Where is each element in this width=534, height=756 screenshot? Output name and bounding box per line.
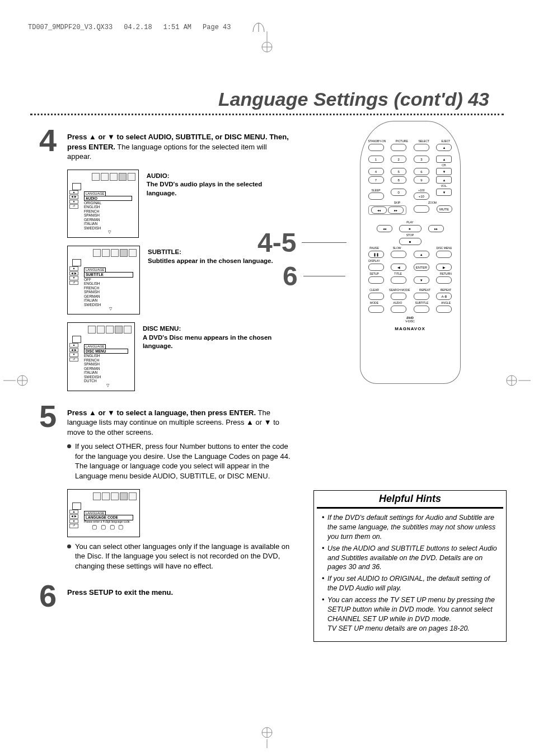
- print-file: TD007_9MDPF20_V3.QX33: [28, 24, 113, 31]
- step5-bullet2: You can select other languages only if t…: [67, 542, 291, 571]
- skip-fwd[interactable]: ▸▸: [388, 206, 404, 214]
- rev-button[interactable]: ◂◂: [377, 225, 392, 232]
- step5-bullet1: If you select OTHER, press four Number b…: [67, 442, 291, 481]
- helpful-hints-box: Helpful Hints If the DVD's default setti…: [313, 490, 507, 642]
- num-8[interactable]: 8: [391, 176, 406, 184]
- setup-button[interactable]: [368, 276, 384, 284]
- opt: DUTCH: [84, 379, 128, 383]
- audio-sel: AUDIO: [84, 196, 132, 201]
- num-5[interactable]: 5: [391, 168, 406, 175]
- opt: ITALIAN: [84, 222, 132, 226]
- num-7[interactable]: 7: [368, 176, 384, 184]
- standby-button[interactable]: [368, 144, 384, 151]
- remote-label: SUBTITLE: [415, 301, 429, 304]
- skip-back[interactable]: ◂◂: [371, 206, 387, 214]
- num-0[interactable]: 0: [391, 189, 406, 196]
- play-button[interactable]: ►: [399, 225, 421, 232]
- remote-label: SKIP: [368, 201, 427, 204]
- langcode-hint: Please enter a 4-digit language code.: [84, 520, 137, 524]
- mute-button[interactable]: MUTE: [437, 205, 452, 213]
- slow-button[interactable]: [391, 251, 406, 258]
- picture-button[interactable]: [391, 144, 406, 151]
- callout-4-5: 4-5: [257, 227, 346, 258]
- print-pagelabel: Page 43: [203, 24, 231, 31]
- remote-label: STANDBY-ON: [368, 139, 386, 143]
- opt: ENGLISH: [84, 205, 132, 209]
- num-1[interactable]: 1: [368, 156, 384, 163]
- langcode-boxes: ▢ ▢ ▢ ▢: [92, 524, 137, 530]
- num-4[interactable]: 4: [368, 168, 384, 175]
- remote-label: SLOW: [391, 246, 403, 250]
- display-button[interactable]: [368, 264, 384, 271]
- sleep-button[interactable]: [368, 192, 384, 200]
- lang-tab: LANGUAGE: [84, 267, 106, 272]
- lang-tab: LANGUAGE: [84, 344, 106, 349]
- dotted-rule: [30, 114, 504, 115]
- callout-6: 6: [283, 261, 345, 292]
- num-9[interactable]: 9: [414, 176, 429, 184]
- nav-down[interactable]: ▼: [414, 276, 429, 284]
- discmenu-diagram: ▲◀ ▶▼⏎ LANGUAGE DISC MENU ENGLISH FRENCH…: [67, 322, 135, 391]
- num-6[interactable]: 6: [414, 168, 429, 175]
- return-button[interactable]: [436, 276, 452, 284]
- subtitle-diagram: ▲◀ ▶▼⏎ LANGUAGE SUBTITLE OFF ENGLISH FRE…: [67, 246, 140, 314]
- hint-note: TV SET UP menu details are on pages 18-2…: [327, 624, 500, 633]
- opt: SPANISH: [84, 290, 133, 294]
- vol-down[interactable]: ▼: [436, 189, 452, 196]
- subtitle-button[interactable]: [414, 306, 429, 313]
- vol-up[interactable]: ▲: [436, 176, 452, 184]
- plus10-button[interactable]: +10: [414, 192, 429, 200]
- audio-t: The DVD's audio plays in the selected la…: [147, 180, 291, 198]
- ch-down[interactable]: ▼: [436, 168, 452, 175]
- title-button[interactable]: [391, 276, 406, 284]
- lang-tab: LANGUAGE: [84, 191, 106, 196]
- step-number: 4: [39, 122, 57, 158]
- opt: SWEDISH: [84, 375, 128, 379]
- print-time: 1:51 AM: [163, 24, 191, 31]
- ff-button[interactable]: ▸▸: [428, 225, 444, 232]
- discmenu-sel: DISC MENU: [84, 349, 128, 354]
- opt: GERMAN: [84, 294, 133, 298]
- remote-label: REPEAT: [439, 288, 452, 292]
- select-button[interactable]: [414, 144, 429, 151]
- stop-button[interactable]: ■: [399, 238, 421, 245]
- eject-button[interactable]: ▲: [436, 144, 452, 151]
- searchmode-button[interactable]: [391, 293, 406, 300]
- pause-button[interactable]: ❚❚: [368, 251, 384, 258]
- remote-label: TITLE: [392, 272, 404, 275]
- repeat-button[interactable]: [414, 293, 429, 300]
- audio-button[interactable]: [391, 306, 406, 313]
- nav-left[interactable]: ◀: [391, 264, 406, 271]
- remote-label: +100: [415, 189, 428, 192]
- crop-mark-icon: [256, 31, 278, 54]
- clear-button[interactable]: [368, 293, 384, 300]
- hints-title: Helpful Hints: [314, 493, 506, 505]
- enter-button[interactable]: ENTER: [414, 264, 429, 271]
- opt: GERMAN: [84, 218, 132, 222]
- step-6: 6 Press SETUP to exit the menu.: [67, 588, 291, 598]
- mode-button[interactable]: [368, 306, 384, 313]
- step-5: 5 Press ▲ or ▼ to select a language, the…: [67, 408, 291, 571]
- langcode-diagram: ▲◀ ▶▼⏎ LANGUAGE LANGUAGE CODE Please ent…: [67, 489, 140, 537]
- remote-control: STANDBY-ON PICTURE SELECT EJECT ▲ 1: [360, 121, 461, 384]
- subtitle-sel: SUBTITLE: [84, 272, 133, 277]
- audio-h: AUDIO:: [147, 172, 291, 181]
- num-3[interactable]: 3: [414, 156, 429, 163]
- angle-button[interactable]: [436, 306, 452, 313]
- subtitle-h: SUBTITLE:: [148, 248, 273, 257]
- hint-item: If you set AUDIO to ORIGINAL, the defaul…: [322, 574, 500, 593]
- crop-mark-icon: [256, 726, 278, 748]
- remote-label: DISPLAY: [368, 259, 381, 262]
- opt: ITALIAN: [84, 298, 133, 302]
- ch-up[interactable]: ▲: [436, 156, 452, 163]
- opt: ENGLISH: [84, 281, 133, 285]
- repeat-ab-button[interactable]: A-B: [436, 293, 452, 300]
- zoom-button[interactable]: [414, 205, 429, 213]
- discmenu-button[interactable]: [436, 251, 452, 258]
- nav-right[interactable]: ▶: [436, 264, 452, 271]
- remote-label: PLAY: [404, 220, 416, 224]
- nav-up[interactable]: ▲: [414, 251, 429, 258]
- crop-mark-icon: [503, 369, 531, 392]
- step-number: 6: [39, 577, 57, 614]
- num-2[interactable]: 2: [391, 156, 406, 163]
